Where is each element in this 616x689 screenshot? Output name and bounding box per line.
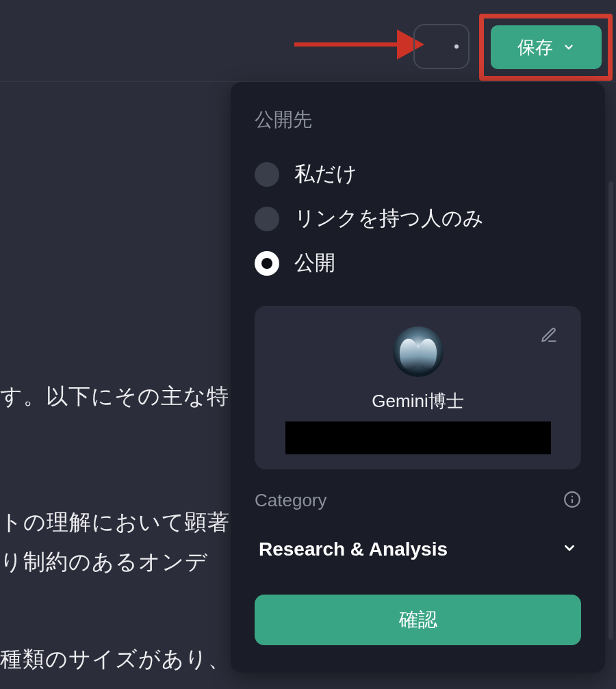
avatar [393, 326, 444, 377]
visibility-radio-group: 私だけ リンクを持つ人のみ 公開 [255, 152, 581, 285]
radio-icon [255, 251, 279, 276]
radio-label: リンクを持つ人のみ [294, 205, 484, 233]
body-text-fragment: す。以下にその主な特 [0, 382, 229, 412]
category-value: Research & Analysis [259, 538, 448, 560]
visibility-option-public[interactable]: 公開 [255, 241, 581, 285]
panel-title: 公開先 [255, 107, 581, 133]
edit-icon[interactable] [540, 326, 558, 347]
annotation-highlight-box: 保存 [479, 14, 613, 81]
publish-settings-panel: 公開先 私だけ リンクを持つ人のみ 公開 Gemini博士 Category R… [231, 82, 605, 673]
confirm-button-label: 確認 [399, 607, 437, 633]
body-text-fragment: トの理解において顕著 [0, 508, 230, 538]
save-button-label: 保存 [517, 36, 553, 60]
radio-label: 公開 [294, 249, 335, 277]
body-text-fragment: り制約のあるオンデ [0, 547, 208, 577]
category-header-row: Category [255, 490, 581, 511]
visibility-option-link[interactable]: リンクを持つ人のみ [255, 196, 581, 241]
category-label: Category [255, 490, 327, 511]
save-button[interactable]: 保存 [491, 25, 602, 69]
visibility-option-private[interactable]: 私だけ [255, 152, 581, 196]
radio-icon [255, 207, 279, 231]
body-text-fragment: 種類のサイズがあり、 [0, 645, 231, 675]
top-bar: 保存 [0, 0, 616, 82]
scrollbar-track[interactable] [608, 181, 613, 640]
category-select[interactable]: Research & Analysis [255, 532, 581, 567]
confirm-button[interactable]: 確認 [255, 595, 581, 645]
redacted-area [285, 421, 551, 454]
chevron-down-icon [562, 541, 577, 558]
profile-name: Gemini博士 [268, 389, 567, 413]
info-icon[interactable] [563, 491, 581, 511]
chevron-down-icon [563, 41, 575, 53]
profile-card: Gemini博士 [255, 306, 581, 469]
radio-icon [255, 162, 279, 187]
radio-label: 私だけ [294, 160, 357, 188]
toolbar-slot[interactable] [413, 24, 470, 69]
annotation-arrow [294, 34, 424, 55]
